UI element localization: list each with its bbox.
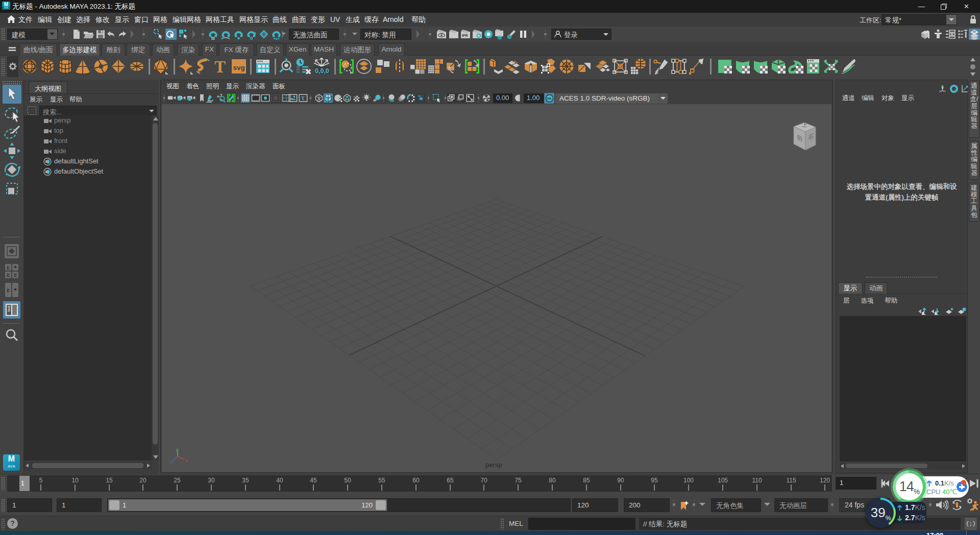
svg-text:IPR: IPR <box>462 34 468 37</box>
svg-text:ON: ON <box>547 97 551 100</box>
svg-text:T: T <box>214 58 226 75</box>
svg-text:y: y <box>176 447 179 452</box>
svg-text:T: T <box>301 95 305 101</box>
svg-text:x: x <box>185 458 188 463</box>
svg-text:0,0,0: 0,0,0 <box>315 67 329 75</box>
svg-text:svg: svg <box>233 64 245 71</box>
svg-text:上: 上 <box>802 121 807 128</box>
svg-text:z: z <box>170 459 173 465</box>
